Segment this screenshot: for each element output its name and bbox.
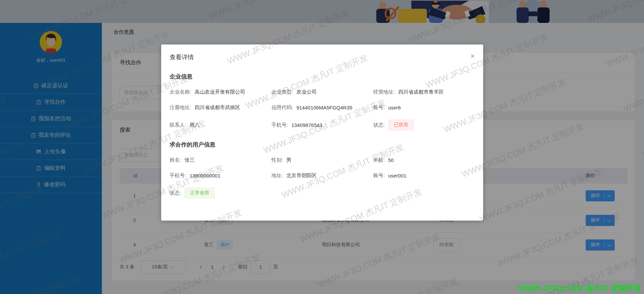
field-label: 账号: [373,104,385,111]
field-value: 四川省成都市青羊区 [398,89,444,95]
field-label: 联系人: [170,122,186,128]
field-value: user6 [388,105,401,110]
field-label: 状态: [170,190,181,196]
field-value: 张三 [184,157,195,163]
field-label: 地址: [271,172,283,179]
field-value: 50 [388,157,394,163]
status-badge-disabled: 已禁用 [388,120,414,130]
app-root: 你好，user001 碳足迹认证 寻找合作 我报名的活动 我发布的评论 上传头像 [0,0,644,294]
company-section-heading: 企业信息 [170,73,475,80]
field-label: 状态: [373,122,385,128]
field-value: 男 [286,157,291,163]
detail-dialog: 查看详情 × 企业信息 企业名称:高山农业开发有限公司 企业类型:农业公司 经营… [161,44,483,221]
field-label: 企业名称: [170,89,191,95]
company-info-grid: 企业名称:高山农业开发有限公司 企业类型:农业公司 经营地址:四川省成都市青羊区… [170,89,475,139]
close-icon[interactable]: × [470,53,475,60]
field-value: 91440106MA5FGQ4R35 [296,105,352,110]
user-info-grid: 姓名:张三 性别:男 年龄:50 手机号:13800000001 地址:北京市朝… [170,157,475,207]
user-section-heading: 求合作的用户信息 [170,141,475,149]
field-label: 手机号: [271,122,288,128]
field-label: 手机号: [170,172,186,179]
field-label: 企业类型: [271,89,293,95]
field-label: 经营地址: [373,89,395,95]
field-value: user001 [388,173,406,178]
field-value: 农业公司 [296,89,317,95]
field-label: 性别: [271,157,283,163]
dialog-title: 查看详情 [170,53,475,61]
field-label: 姓名: [170,157,181,163]
field-label: 注册地址: [170,104,191,111]
status-badge-normal: 正常使用 [184,188,215,198]
field-label: 年龄: [373,157,385,163]
field-value: 四川省成都市武侯区 [195,104,240,111]
field-label: 信用代码: [271,104,293,111]
field-value: 周八 [189,122,200,128]
field-value: 13800000001 [189,173,221,178]
field-value: 13409876543 [291,122,322,128]
field-label: 账号: [373,172,385,179]
field-value: 高山农业开发有限公司 [195,89,245,95]
field-value: 北京市朝阳区 [286,172,317,179]
